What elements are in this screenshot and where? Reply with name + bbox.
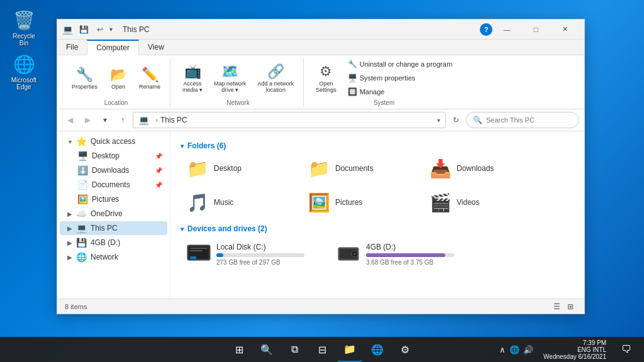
folder-videos[interactable]: 🎬 Videos [423, 188, 540, 217]
tab-file[interactable]: File [57, 40, 87, 55]
open-button[interactable]: 📂 Open [104, 64, 132, 92]
network-buttons: 📺 Accessmedia ▾ 🗺️ Map networkdrive ▾ 🔗 … [178, 58, 298, 98]
taskbar-settings[interactable]: ⚙ [392, 337, 418, 362]
address-chevron[interactable]: ▾ [437, 117, 440, 124]
quick-access-toolbar: 💾 ↩ ▾ [77, 23, 118, 36]
add-network-button[interactable]: 🔗 Add a networklocation [253, 61, 299, 96]
drives-chevron: ▾ [180, 226, 184, 233]
list-view-button[interactable]: ☰ [550, 300, 563, 313]
downloads-pin-icon: 📌 [155, 167, 162, 174]
sidebar-item-this-pc[interactable]: ▶ 💻 This PC [60, 221, 167, 235]
sidebar-item-documents[interactable]: 📄 Documents 📌 [60, 178, 167, 192]
rename-button[interactable]: ✏️ Rename [135, 64, 165, 92]
taskbar-center: ⊞ 🔍 ⧉ ⊟ 📁 🌐 ⚙ [226, 337, 418, 362]
address-bar[interactable]: 💻 › This PC ▾ [133, 112, 446, 128]
search-input[interactable] [486, 116, 572, 124]
content-area: ▾ ⭐ Quick access 🖥️ Desktop 📌 ⬇️ Downloa… [57, 131, 584, 299]
taskbar-widgets[interactable]: ⊟ [309, 337, 335, 362]
qat-save[interactable]: 💾 [77, 23, 91, 36]
uninstall-button[interactable]: 🔧 Uninstall or change a program [343, 58, 457, 70]
qat-chevron[interactable]: ▾ [109, 26, 113, 33]
svg-rect-4 [190, 250, 203, 251]
folder-videos-label: Videos [457, 198, 479, 207]
up-button[interactable]: ↑ [115, 112, 130, 128]
pictures-sidebar-label: Pictures [92, 195, 162, 204]
map-network-button[interactable]: 🗺️ Map networkdrive ▾ [209, 61, 251, 96]
4gb-expand[interactable]: ▶ [65, 238, 75, 248]
recent-button[interactable]: ▾ [97, 112, 113, 128]
folder-documents-icon: 📁 [308, 157, 330, 180]
map-network-icon: 🗺️ [221, 63, 238, 80]
desktop-icon-recycle-bin[interactable]: 🗑️ Recycle Bin [5, 6, 43, 49]
start-button[interactable]: ⊞ [226, 337, 252, 362]
refresh-button[interactable]: ↻ [448, 112, 464, 128]
forward-button[interactable]: ▶ [80, 112, 95, 128]
tray-network[interactable]: 🌐 [509, 345, 519, 354]
tray-speaker[interactable]: 🔊 [523, 345, 533, 354]
folders-section-header[interactable]: ▾ Folders (6) [180, 141, 574, 150]
sidebar-item-quick-access[interactable]: ▾ ⭐ Quick access [60, 134, 167, 148]
tab-computer[interactable]: Computer [87, 40, 139, 55]
onedrive-expand[interactable]: ▶ [65, 209, 75, 219]
drive-d-bar-bg [366, 253, 454, 257]
network-sidebar-icon: 🌐 [76, 252, 87, 262]
drives-section-header[interactable]: ▾ Devices and drives (2) [180, 224, 574, 233]
taskbar-explorer[interactable]: 📁 [337, 337, 362, 362]
folder-documents-label: Documents [335, 164, 374, 173]
system-properties-button[interactable]: 🖥️ System properties [343, 72, 457, 84]
taskbar-task-view[interactable]: ⧉ [282, 337, 307, 362]
close-button[interactable]: ✕ [550, 19, 579, 40]
maximize-button[interactable]: □ [521, 19, 550, 40]
taskbar-search[interactable]: 🔍 [254, 337, 279, 362]
clock[interactable]: 7:39 PM ENG INTL Wednesday 6/16/2021 [538, 339, 611, 360]
folder-desktop[interactable]: 📁 Desktop [180, 154, 297, 183]
open-label: Open [111, 84, 125, 90]
quick-access-icon: ⭐ [76, 136, 87, 146]
recycle-bin-icon: 🗑️ [13, 9, 35, 31]
back-button[interactable]: ◀ [62, 112, 77, 128]
sidebar-item-onedrive[interactable]: ▶ ☁️ OneDrive [60, 207, 167, 221]
notification-button[interactable]: 🗨 [614, 337, 639, 362]
quick-access-expand[interactable]: ▾ [65, 136, 75, 146]
qat-undo[interactable]: ↩ [93, 23, 107, 36]
taskbar-edge[interactable]: 🌐 [365, 337, 390, 362]
drive-c-bar-fill [216, 253, 223, 257]
drive-c[interactable]: Local Disk (C:) 273 GB free of 297 GB [180, 237, 325, 271]
sidebar-item-desktop[interactable]: 🖥️ Desktop 📌 [60, 149, 167, 163]
folder-music[interactable]: 🎵 Music [180, 188, 297, 217]
help-button[interactable]: ? [480, 23, 492, 36]
this-pc-expand[interactable]: ▶ [65, 223, 75, 233]
tray-up-arrow[interactable]: ∧ [499, 345, 506, 354]
grid-view-button[interactable]: ⊞ [564, 300, 577, 313]
sidebar-item-network[interactable]: ▶ 🌐 Network [60, 250, 167, 264]
open-settings-button[interactable]: ⚙ OpenSettings [311, 61, 341, 96]
map-network-label: Map networkdrive ▾ [214, 80, 247, 93]
sidebar-item-4gb[interactable]: ▶ 💾 4GB (D:) [60, 236, 167, 250]
search-icon: 🔍 [473, 116, 482, 124]
folder-downloads[interactable]: 📥 Downloads [423, 154, 540, 183]
folder-documents[interactable]: 📁 Documents [302, 154, 418, 183]
add-network-label: Add a networklocation [258, 80, 294, 93]
drive-d-icon [336, 241, 361, 266]
properties-button[interactable]: 🔧 Properties [67, 64, 102, 92]
taskbar-right: ∧ 🌐 🔊 7:39 PM ENG INTL Wednesday 6/16/20… [497, 337, 644, 362]
access-media-button[interactable]: 📺 Accessmedia ▾ [178, 61, 207, 96]
explorer-window: 💻 💾 ↩ ▾ This PC ? — □ ✕ File Computer Vi… [57, 19, 585, 314]
sidebar-item-pictures[interactable]: 🖼️ Pictures [60, 192, 167, 206]
desktop-icon-edge[interactable]: 🌐 Microsoft Edge [5, 50, 43, 93]
system-properties-label: System properties [360, 74, 416, 82]
sidebar-item-downloads[interactable]: ⬇️ Downloads 📌 [60, 163, 167, 177]
folder-downloads-label: Downloads [457, 164, 494, 173]
svg-rect-2 [190, 256, 196, 259]
desktop-pin-icon: 📌 [155, 153, 162, 160]
folder-pictures[interactable]: 🖼️ Pictures [302, 188, 418, 217]
minimize-button[interactable]: — [492, 19, 521, 40]
edge-label: Microsoft Edge [8, 77, 40, 90]
tab-view[interactable]: View [139, 40, 173, 55]
drive-d[interactable]: 4GB (D:) 3.68 GB free of 3.75 GB [330, 237, 475, 271]
manage-button[interactable]: 🔲 Manage [343, 85, 457, 98]
drives-section-label: Devices and drives (2) [187, 224, 267, 233]
folder-desktop-icon: 📁 [186, 157, 209, 180]
search-bar[interactable]: 🔍 [466, 112, 579, 128]
network-expand[interactable]: ▶ [65, 252, 75, 262]
